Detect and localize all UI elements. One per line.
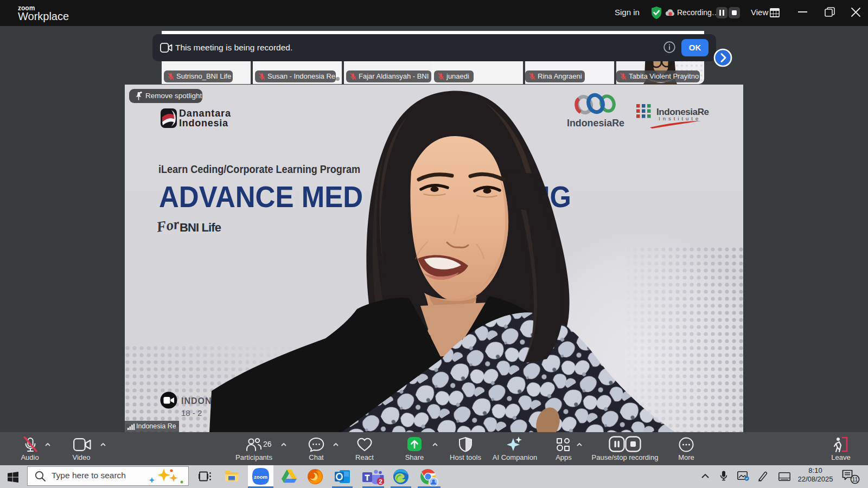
svg-text:18 - 2: 18 - 2 bbox=[181, 408, 202, 418]
svg-text:2: 2 bbox=[379, 478, 382, 485]
svg-text:11: 11 bbox=[852, 476, 858, 483]
svg-text:zoom: zoom bbox=[254, 474, 267, 480]
svg-text:Indonesia: Indonesia bbox=[179, 118, 228, 129]
svg-text:Danantara: Danantara bbox=[179, 108, 231, 119]
svg-text:IndonesiaRe: IndonesiaRe bbox=[567, 118, 624, 129]
svg-text:ADVANCE MED: ADVANCE MED bbox=[159, 179, 363, 214]
svg-text:Institute: Institute bbox=[659, 115, 701, 121]
svg-text:BNI Life: BNI Life bbox=[180, 221, 221, 234]
svg-text:iLearn Ceding/Corporate Learni: iLearn Ceding/Corporate Learning Program bbox=[158, 163, 360, 175]
